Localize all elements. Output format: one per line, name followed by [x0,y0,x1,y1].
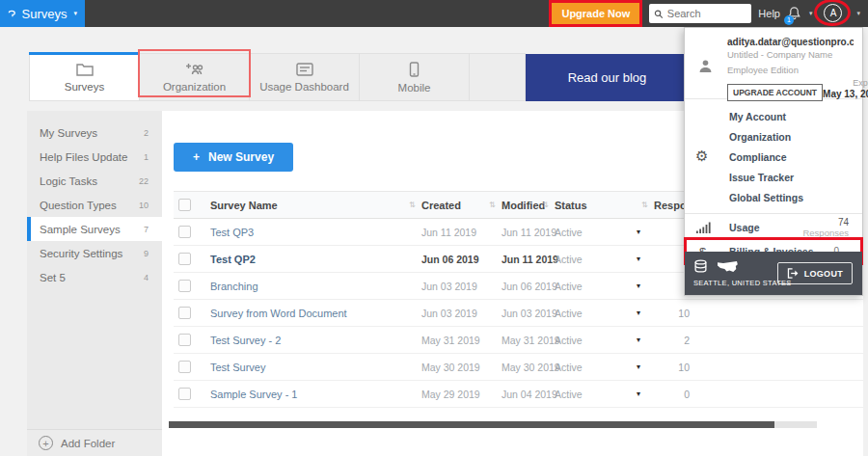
logout-label: LOGOUT [804,269,843,279]
row-checkbox[interactable] [178,226,191,238]
read-blog-banner[interactable]: Read our blog [526,54,689,101]
survey-name-link[interactable]: Test QP3 [203,227,421,238]
survey-name-link[interactable]: Test Survey [203,362,421,373]
survey-name-link[interactable]: Branching [203,281,421,292]
status-caret-icon[interactable]: ▾ [634,282,661,290]
search-icon [654,9,663,19]
plus-circle-icon: + [39,436,53,450]
col-status[interactable]: ⇅Status [555,200,634,211]
search-box[interactable] [649,4,751,23]
table-row[interactable]: Test Survey May 30 2019 May 30 2019 Acti… [174,354,863,381]
survey-name-link[interactable]: Survey from Word Document [203,308,421,319]
bar-chart-icon [696,222,712,233]
row-checkbox[interactable] [178,388,191,400]
col-survey-name[interactable]: Survey Name [203,200,421,211]
sidebar-item-count: 9 [144,249,149,258]
account-menu-item[interactable]: Organization [729,126,862,147]
user-icon [698,59,713,73]
status-caret-icon[interactable]: ▾ [634,228,661,236]
sort-icon[interactable]: ⇅ [542,201,549,209]
avatar[interactable]: A [824,4,843,23]
sort-icon[interactable]: ⇅ [489,201,496,209]
sidebar-item-label: Question Types [40,200,117,211]
account-menu-item[interactable]: Issue Tracker [729,167,862,187]
upgrade-now-button[interactable]: Upgrade Now [552,3,639,24]
annotation-upgrade-highlight: Upgrade Now [549,0,642,27]
logout-button[interactable]: LOGOUT [777,262,853,284]
row-checkbox[interactable] [178,280,191,292]
sidebar-item[interactable]: Set 5 4 [27,265,162,289]
expires-label: Expires [823,78,868,89]
sidebar-item[interactable]: Logic Tasks 22 [27,169,162,193]
new-survey-button[interactable]: + New Survey [174,143,293,172]
row-checkbox[interactable] [178,253,191,265]
sidebar-item-count: 2 [144,128,149,138]
modified-date: Jun 11 2019 [502,254,555,265]
select-all-checkbox[interactable] [178,199,191,211]
row-checkbox[interactable] [178,307,191,319]
row-checkbox[interactable] [178,334,191,346]
add-folder-button[interactable]: + Add Folder [27,429,162,456]
tab-surveys[interactable]: Surveys [30,54,140,100]
status-caret-icon[interactable]: ▾ [634,308,661,317]
plus-icon: + [193,150,200,164]
horizontal-scrollbar[interactable] [169,421,817,428]
status-value: Active [555,389,634,400]
sidebar-item-label: Logic Tasks [40,175,97,187]
col-response[interactable]: ⇅Response [654,200,683,211]
tab-mobile[interactable]: Mobile [360,54,470,100]
survey-name-link[interactable]: Test Survey - 2 [203,335,421,346]
notifications-bell-icon[interactable]: 1 [787,6,802,22]
sidebar-item-count: 7 [144,225,149,234]
sidebar-item-count: 10 [139,201,149,210]
account-dropdown: aditya.datar@questionpro.c... Untitled -… [684,27,863,296]
modified-date: May 31 2019 [502,335,555,346]
sidebar-item[interactable]: Sample Surveys 7 [27,217,162,241]
status-value: Active [555,308,634,319]
account-menu-item[interactable]: My Account [729,106,862,126]
product-menu[interactable]: Surveys ▾ [0,0,85,27]
status-caret-icon[interactable]: ▾ [634,389,661,398]
account-menu-item[interactable]: Global Settings [729,187,862,207]
sidebar-item[interactable]: Question Types 10 [27,193,162,217]
table-row[interactable]: Sample Survey - 1 May 29 2019 Jun 04 201… [174,381,863,408]
sidebar-item[interactable]: Security Settings 9 [27,241,162,265]
row-checkbox[interactable] [178,361,191,373]
modified-date: Jun 04 2019 [502,389,555,400]
chevron-down-icon[interactable]: ▾ [856,10,860,17]
status-caret-icon[interactable]: ▾ [634,255,661,263]
tab-label: Mobile [398,82,431,94]
survey-name-link[interactable]: Test QP2 [203,254,421,265]
sort-icon[interactable]: ⇅ [641,201,648,209]
survey-name-link[interactable]: Sample Survey - 1 [203,389,421,400]
new-survey-label: New Survey [208,150,274,164]
scrollbar-thumb[interactable] [169,421,774,428]
tab-organization[interactable]: Organization [140,54,250,100]
sidebar: My Surveys 2 Help Files Update 1 Logic T… [27,111,162,456]
help-link[interactable]: Help [758,8,780,19]
sidebar-item[interactable]: My Surveys 2 [27,121,162,145]
notification-badge: 1 [784,15,794,25]
sort-icon[interactable]: ⇅ [409,201,416,209]
database-icon [693,259,708,274]
add-folder-label: Add Folder [61,438,115,449]
sidebar-item[interactable]: Help Files Update 1 [27,145,162,169]
usage-row[interactable]: Usage 74 Responses [685,214,862,239]
tab-label: Surveys [65,81,105,93]
table-row[interactable]: Survey from Word Document Jun 03 2019 Ju… [174,300,863,327]
us-map-icon [717,260,738,273]
chevron-down-icon[interactable]: ▾ [809,10,813,17]
sidebar-item-count: 1 [144,152,149,162]
sidebar-item-count: 22 [139,176,149,186]
account-company: Untitled - Company Name [727,49,854,60]
account-menu-item[interactable]: Compliance [729,147,862,167]
sidebar-item-label: Set 5 [40,272,66,283]
search-input[interactable] [667,8,747,19]
sidebar-item-label: Sample Surveys [40,224,121,235]
response-count: 2 [661,335,690,346]
table-row[interactable]: Test Survey - 2 May 31 2019 May 31 2019 … [174,327,863,354]
tab-usage-dashboard[interactable]: Usage Dashboard [250,54,360,100]
questionpro-logo-icon [8,7,16,21]
status-caret-icon[interactable]: ▾ [634,362,661,371]
status-caret-icon[interactable]: ▾ [634,335,661,344]
